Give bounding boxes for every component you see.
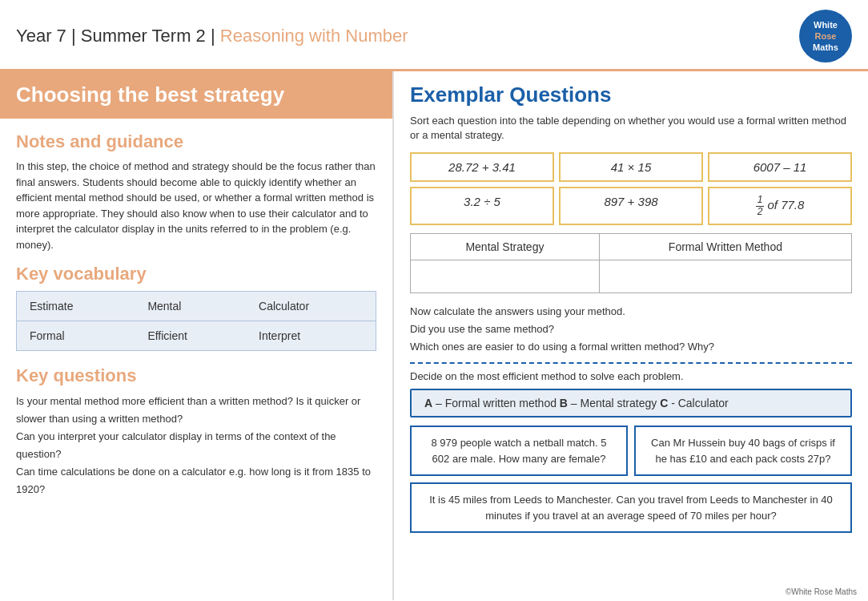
now-calculate: Now calculate the answers using your met…: [410, 303, 852, 356]
exemplar-heading: Exemplar Questions: [410, 83, 852, 107]
vocab-cell: Interpret: [246, 321, 376, 351]
method-banner: A – Formal written method B – Mental str…: [410, 389, 852, 417]
left-banner: Choosing the best strategy: [0, 71, 392, 119]
vocab-table: Estimate Mental Calculator Formal Effici…: [16, 291, 376, 351]
strategy-table: Mental Strategy Formal Written Method: [410, 233, 852, 293]
right-panel: Exemplar Questions Sort each question in…: [392, 71, 868, 600]
vocab-cell: Mental: [135, 292, 246, 321]
notes-text: In this step, the choice of method and s…: [16, 159, 376, 252]
vocab-row-2: Formal Efficient Interpret: [17, 321, 376, 351]
header: Year 7 | Summer Term 2 | Reasoning with …: [0, 0, 868, 71]
formal-written-cell: [599, 260, 851, 292]
logo-line3: Maths: [813, 42, 838, 53]
question-box-4: 3.2 ÷ 5: [410, 187, 554, 224]
key-questions-text: Is your mental method more efficient tha…: [16, 393, 376, 499]
logo-line2: Rose: [815, 30, 837, 42]
decide-text: Decide on the most efficient method to s…: [410, 370, 852, 382]
question-box-1: 28.72 + 3.41: [410, 152, 554, 182]
topic-label: Reasoning with Number: [220, 26, 408, 46]
sep1: |: [66, 26, 81, 46]
question-box-2: 41 × 15: [559, 152, 703, 182]
year-label: Year 7: [16, 26, 66, 46]
question-grid-row1: 28.72 + 3.41 41 × 15 6007 – 11: [410, 152, 852, 182]
question-box-6: 12 of 77.8: [708, 187, 852, 224]
vocab-cell: Efficient: [135, 321, 246, 351]
fraction-display: 12: [756, 195, 765, 216]
questions-heading: Key questions: [16, 365, 376, 386]
strategy-table-header: Mental Strategy Formal Written Method: [411, 233, 852, 260]
problem-box-2: Can Mr Hussein buy 40 bags of crisps if …: [634, 426, 852, 476]
notes-heading: Notes and guidance: [16, 131, 376, 152]
header-title: Year 7 | Summer Term 2 | Reasoning with …: [16, 26, 408, 46]
left-panel: Choosing the best strategy Notes and gui…: [0, 71, 392, 600]
mental-strategy-cell: [411, 260, 600, 292]
col-mental-strategy: Mental Strategy: [411, 233, 600, 260]
copyright: ©White Rose Maths: [786, 587, 857, 596]
left-body: Notes and guidance In this step, the cho…: [0, 131, 392, 499]
question-box-5: 897 + 398: [559, 187, 703, 224]
vocab-row-1: Estimate Mental Calculator: [17, 292, 376, 321]
logo-line1: White: [814, 19, 838, 30]
dashed-divider: [410, 362, 852, 364]
question-grid-row2: 3.2 ÷ 5 897 + 398 12 of 77.8: [410, 187, 852, 224]
problem-box-1: 8 979 people watch a netball match. 5 60…: [410, 426, 628, 476]
wrm-logo: White Rose Maths: [799, 10, 852, 63]
vocab-cell: Formal: [17, 321, 135, 351]
problem-box-3: It is 45 miles from Leeds to Manchester.…: [410, 482, 852, 533]
question-box-3: 6007 – 11: [708, 152, 852, 182]
sep2: |: [206, 26, 220, 46]
vocab-heading: Key vocabulary: [16, 264, 376, 284]
problem-row: 8 979 people watch a netball match. 5 60…: [410, 426, 852, 476]
term-label: Summer Term 2: [81, 26, 206, 46]
strategy-table-row: [411, 260, 852, 292]
vocab-cell: Calculator: [246, 292, 376, 321]
banner-heading: Choosing the best strategy: [16, 83, 376, 107]
main-content: Choosing the best strategy Notes and gui…: [0, 71, 868, 600]
col-formal-written: Formal Written Method: [599, 233, 851, 260]
exemplar-intro: Sort each question into the table depend…: [410, 114, 852, 143]
vocab-cell: Estimate: [17, 292, 135, 321]
